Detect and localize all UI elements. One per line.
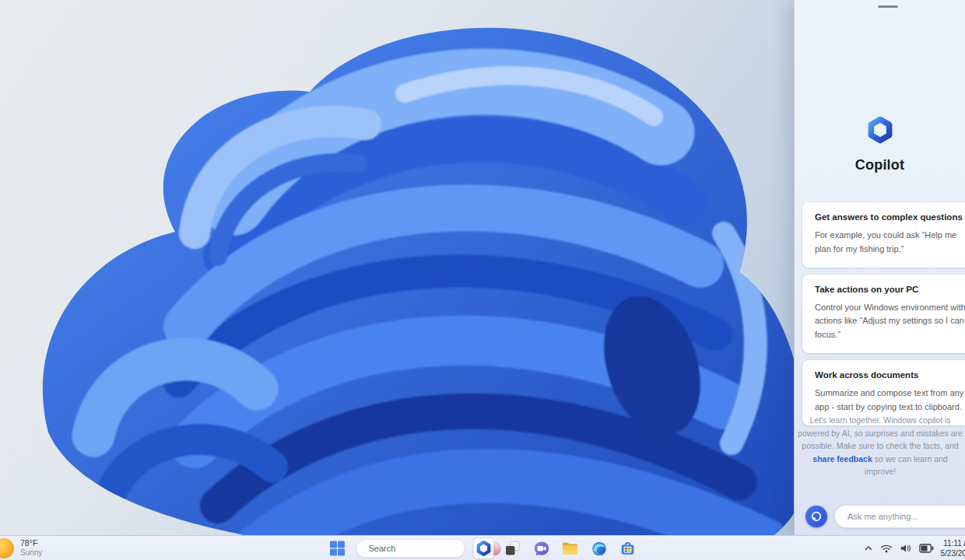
chat-icon xyxy=(532,540,550,558)
copilot-logo-icon xyxy=(865,115,895,145)
panel-title: Copilot xyxy=(795,157,965,173)
microsoft-store-icon xyxy=(619,540,637,557)
bloom-wallpaper-art xyxy=(0,0,794,535)
chat-input-row xyxy=(805,505,965,528)
clock[interactable]: 11:11 AM 5/23/2023 xyxy=(941,538,965,558)
copilot-disclaimer: Let's learn together. Windows copilot is… xyxy=(798,414,963,478)
card-body: For example, you could ask “Help me plan… xyxy=(815,229,965,257)
store-button[interactable] xyxy=(618,538,638,558)
windows-logo-icon xyxy=(330,541,346,556)
sun-icon xyxy=(0,538,14,558)
search-input[interactable] xyxy=(369,544,479,553)
copilot-avatar-button[interactable] xyxy=(805,506,827,527)
search-box[interactable] xyxy=(356,539,465,558)
tray-chevron-button[interactable] xyxy=(864,544,873,553)
intro-cards: Get answers to complex questions For exa… xyxy=(802,202,965,425)
weather-widget[interactable]: 78°F Sunny xyxy=(0,536,48,560)
clock-time: 11:11 AM xyxy=(941,538,965,548)
desktop-wallpaper xyxy=(0,0,794,535)
edge-icon xyxy=(591,541,607,557)
card-title: Get answers to complex questions xyxy=(815,212,965,222)
task-view-icon xyxy=(504,539,522,558)
chat-input[interactable] xyxy=(834,505,965,528)
windows-desktop-screen: Copilot Get answers to complex questions… xyxy=(0,0,965,560)
card-body: Summarize and compose text from any app … xyxy=(815,387,965,415)
panel-drag-handle[interactable] xyxy=(878,5,898,8)
clock-date: 5/23/2023 xyxy=(941,548,965,558)
system-tray: 11:11 AM 5/23/2023 xyxy=(864,536,965,560)
card-title: Work across documents xyxy=(815,370,965,380)
edge-button[interactable] xyxy=(589,538,609,558)
volume-icon[interactable] xyxy=(900,543,912,554)
start-button[interactable] xyxy=(328,538,348,558)
copilot-icon xyxy=(475,540,493,557)
disclaimer-text-before: Let's learn together. Windows copilot is… xyxy=(798,415,963,450)
file-explorer-button[interactable] xyxy=(560,538,581,558)
taskbar-copilot-button[interactable] xyxy=(474,538,494,558)
card-body: Control your Windows environment with ac… xyxy=(815,301,965,342)
weather-temperature: 78°F xyxy=(20,538,42,548)
headset-icon xyxy=(810,510,823,523)
disclaimer-text-after: so we can learn and improve! xyxy=(865,454,948,477)
weather-condition: Sunny xyxy=(20,548,42,558)
taskbar: 78°F Sunny xyxy=(0,535,965,560)
intro-card-actions: Take actions on your PC Control your Win… xyxy=(802,275,965,353)
chevron-up-icon xyxy=(864,544,873,553)
battery-icon[interactable] xyxy=(919,544,934,553)
task-view-button[interactable] xyxy=(503,538,523,558)
taskbar-center-icons xyxy=(328,536,638,560)
card-title: Take actions on your PC xyxy=(815,285,965,294)
wifi-icon[interactable] xyxy=(880,543,893,554)
copilot-panel: Copilot Get answers to complex questions… xyxy=(794,0,965,535)
intro-card-answers: Get answers to complex questions For exa… xyxy=(802,202,965,268)
folder-icon xyxy=(561,539,580,558)
share-feedback-link[interactable]: share feedback xyxy=(812,454,872,464)
chat-button[interactable] xyxy=(532,538,552,558)
